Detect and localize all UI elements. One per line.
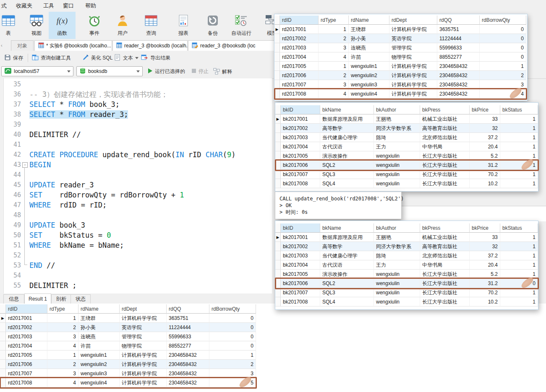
result-tab-1[interactable]: Result 1 (24, 293, 51, 304)
cell[interactable]: bk2017004 (281, 142, 320, 151)
toolbar-button-view[interactable]: 视图 (23, 12, 50, 39)
cell[interactable]: 4 (47, 341, 78, 350)
column-header-rdBorrowQty[interactable]: rdBorrowQty (209, 304, 256, 314)
cell[interactable]: 2304658432 (437, 62, 480, 71)
cell[interactable]: 物理学院 (120, 341, 167, 350)
editor-line-35[interactable]: 35 (0, 79, 272, 89)
cell[interactable]: rd2017003 (280, 43, 319, 52)
cell[interactable]: 1 (500, 242, 538, 251)
cell[interactable]: 10.2 (470, 179, 500, 188)
cell[interactable]: 1 (319, 62, 349, 71)
cell[interactable]: 连晓燕 (78, 332, 120, 341)
menu-item-4[interactable]: 帮助 (85, 2, 96, 10)
cell[interactable]: 2 (319, 34, 349, 43)
cell[interactable]: 32 (470, 242, 500, 251)
toolbar-button-query[interactable]: 查询 (138, 12, 165, 39)
editor-line-46[interactable]: 46SET rdBorrowQty = rdBorrowQty + 1 (0, 190, 272, 200)
cell[interactable]: rd2017001 (6, 314, 47, 323)
cell[interactable]: 连晓燕 (349, 43, 389, 52)
cell[interactable]: 长江大学出版社 (420, 297, 470, 306)
sql-editor[interactable]: 3536-- 3）创建存储过程，实现读者借书功能；37SELECT * FROM… (0, 78, 272, 293)
editor-line-39[interactable]: 39 (0, 119, 272, 130)
cell[interactable]: 11224444 (167, 323, 209, 332)
cell[interactable]: rd2017003 (6, 332, 47, 341)
result-tab-0[interactable]: 信息 (3, 294, 24, 304)
column-header-rdName[interactable]: rdName (78, 304, 120, 314)
cell[interactable]: 管理学院 (120, 332, 167, 341)
cell[interactable]: rd2017004 (280, 52, 319, 62)
cell[interactable]: wengxiulin1 (349, 62, 389, 71)
cell[interactable]: 1 (500, 170, 538, 179)
cell[interactable]: 0 (209, 341, 256, 350)
cell[interactable]: 英语学院 (389, 34, 437, 43)
text-view-dropdown-icon[interactable] (135, 57, 138, 59)
cell[interactable]: 3635751 (167, 314, 209, 323)
toolbar-button-backup[interactable]: 备份 (199, 12, 226, 39)
cell[interactable]: 1 (500, 233, 538, 242)
cell[interactable]: wengxiulin (374, 297, 420, 306)
cell[interactable]: 2304658432 (167, 350, 209, 360)
cell[interactable]: 许苗 (78, 341, 120, 350)
cell[interactable]: 数据库原理及应用 (320, 114, 374, 124)
cell[interactable]: 中华书局 (420, 142, 470, 151)
cell[interactable]: 王丽艳 (374, 114, 420, 124)
cell[interactable]: wengxiulin (374, 170, 420, 179)
column-header-bkPrice[interactable]: bkPrice (470, 223, 500, 233)
cell[interactable]: bk2017008 (281, 179, 320, 188)
cell[interactable]: 2 (47, 360, 78, 369)
cell[interactable]: bk2017007 (281, 288, 320, 297)
cell[interactable]: 55996633 (167, 332, 209, 341)
cell[interactable]: 3635751 (437, 25, 480, 34)
cell[interactable]: rd2017005 (280, 62, 319, 71)
cell[interactable]: 0 (209, 314, 256, 323)
column-header-bkPress[interactable]: bkPress (420, 105, 470, 114)
cell[interactable]: 当代健康心理学 (320, 133, 374, 142)
tab-2[interactable]: reader_3 @booksdb (localh... (112, 40, 188, 51)
editor-line-50[interactable]: 50SET bkStatus = 0 (0, 230, 272, 240)
cell[interactable]: 王力 (374, 142, 420, 151)
cell[interactable]: 计算机科学学院 (120, 350, 167, 360)
cell[interactable]: 机械工业出版社 (420, 114, 470, 124)
cell[interactable]: 1 (47, 350, 78, 360)
cell[interactable]: 33 (470, 114, 500, 124)
cell[interactable]: 计算机科学学院 (389, 25, 437, 34)
column-header-bkName[interactable]: bkName (320, 105, 374, 114)
cell[interactable]: 70.2 (470, 170, 500, 179)
cell[interactable]: 许苗 (349, 52, 389, 62)
stop-button[interactable]: 停止 (191, 68, 209, 75)
cell[interactable]: 2 (480, 71, 526, 80)
cell[interactable]: 1 (500, 114, 538, 124)
cell[interactable]: 长江大学出版社 (420, 170, 470, 179)
cell[interactable]: 高等数学 (320, 124, 374, 133)
cell[interactable]: 英语学院 (120, 323, 167, 332)
column-header-bkPrice[interactable]: bkPrice (470, 105, 500, 114)
editor-line-43[interactable]: 43BEGIN (0, 160, 272, 170)
cell[interactable]: rd2017004 (6, 341, 47, 350)
cell[interactable]: 70.2 (470, 288, 500, 297)
cell[interactable]: 北京师范出版社 (420, 133, 470, 142)
cell[interactable]: SQL4 (320, 179, 374, 188)
cell[interactable]: 古代汉语 (320, 142, 374, 151)
cell[interactable]: 孙小美 (78, 323, 120, 332)
query-builder-button[interactable]: 查询创建工具 (32, 54, 71, 62)
cell[interactable]: 数据库原理及应用 (320, 233, 374, 242)
cell[interactable]: 0 (480, 43, 526, 52)
cell[interactable]: 0 (209, 323, 256, 332)
cell[interactable]: 陈琦 (374, 133, 420, 142)
editor-line-37[interactable]: 37SELECT * FROM book_3; (0, 99, 272, 109)
cell[interactable]: 37.2 (470, 251, 500, 260)
cell[interactable]: 1 (47, 314, 78, 323)
column-header-rdID[interactable]: rdID (280, 16, 319, 25)
column-header-rdQQ[interactable]: rdQQ (167, 304, 209, 314)
cell[interactable]: 计算机科学学院 (389, 71, 437, 80)
cell[interactable]: wengxiulin2 (78, 360, 120, 369)
cell[interactable]: 中华书局 (420, 260, 470, 270)
column-header-rdType[interactable]: rdType (47, 304, 78, 314)
cell[interactable]: 1 (500, 288, 538, 297)
cell[interactable]: rd2017002 (6, 323, 47, 332)
cell[interactable]: 高等教育出版社 (420, 242, 470, 251)
menu-item-0[interactable]: 式 (1, 2, 7, 10)
cell[interactable]: 3 (47, 332, 78, 341)
cell[interactable]: 1 (500, 260, 538, 270)
cell[interactable]: 4 (319, 52, 349, 62)
